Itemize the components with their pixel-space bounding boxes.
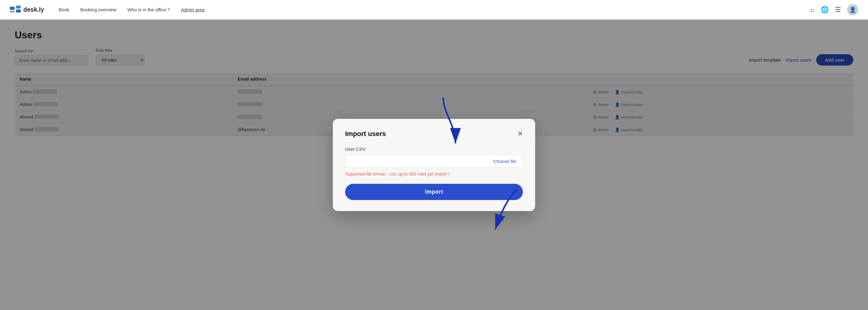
nav-who-in-office[interactable]: Who is in the office ? — [127, 7, 170, 12]
search-icon: ⌕ — [810, 6, 814, 14]
svg-rect-0 — [10, 7, 15, 10]
modal-title: Import users — [345, 130, 386, 138]
modal-backdrop: Import users ✕ User CSV Choose file Supp… — [0, 20, 868, 310]
menu-button[interactable]: ☰ — [835, 6, 841, 14]
logo-icon — [10, 5, 21, 14]
menu-icon: ☰ — [835, 6, 841, 14]
nav-book[interactable]: Book — [59, 7, 69, 12]
csv-label: User CSV — [345, 146, 523, 151]
logo-text: desk.ly — [23, 6, 44, 13]
svg-rect-2 — [16, 5, 21, 8]
file-text-input[interactable] — [345, 155, 487, 168]
arrow-1 — [425, 94, 486, 149]
import-users-modal: Import users ✕ User CSV Choose file Supp… — [333, 119, 535, 211]
modal-header: Import users ✕ — [345, 130, 523, 138]
choose-file-button[interactable]: Choose file — [487, 155, 523, 168]
import-button[interactable]: Import — [345, 184, 523, 200]
avatar[interactable]: 👤 — [847, 4, 858, 15]
search-button[interactable]: ⌕ — [810, 6, 814, 14]
avatar-icon: 👤 — [849, 6, 856, 13]
svg-rect-1 — [10, 11, 15, 12]
file-hint: Supported file format : .csv, up to 500 … — [345, 172, 523, 176]
modal-close-button[interactable]: ✕ — [517, 131, 523, 137]
globe-icon: 🌐 — [820, 6, 829, 14]
nav-links: Book Booking overview Who is in the offi… — [59, 7, 810, 12]
logo[interactable]: desk.ly — [10, 5, 44, 14]
nav-actions: ⌕ 🌐 ☰ 👤 — [810, 4, 858, 15]
globe-button[interactable]: 🌐 — [820, 6, 829, 14]
nav-booking-overview[interactable]: Booking overview — [80, 7, 117, 12]
svg-rect-3 — [16, 9, 21, 12]
nav-admin-area[interactable]: Admin area — [181, 7, 205, 12]
file-input-row: Choose file — [345, 155, 523, 168]
navbar: desk.ly Book Booking overview Who is in … — [0, 0, 868, 20]
